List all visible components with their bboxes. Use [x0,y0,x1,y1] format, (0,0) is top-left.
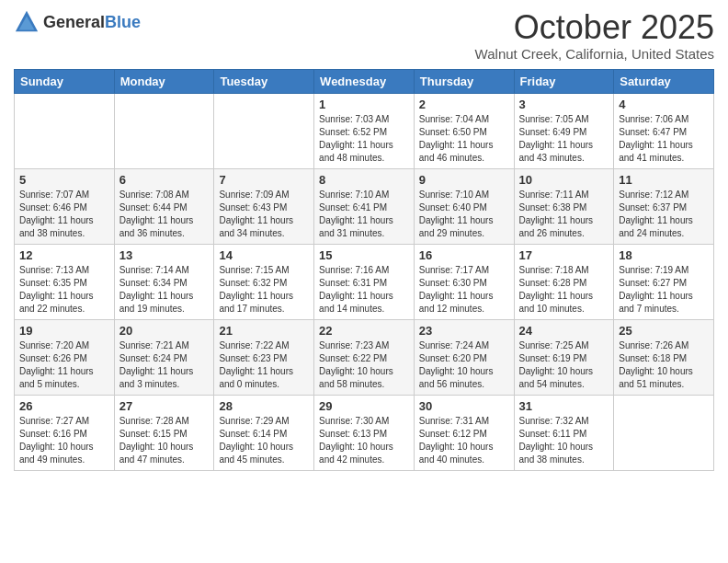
calendar-cell: 24Sunrise: 7:25 AM Sunset: 6:19 PM Dayli… [514,319,614,395]
day-info: Sunrise: 7:30 AM Sunset: 6:13 PM Dayligh… [319,415,409,466]
day-number: 13 [119,248,210,262]
day-number: 1 [319,98,409,111]
calendar-cell: 17Sunrise: 7:18 AM Sunset: 6:28 PM Dayli… [514,244,614,319]
day-info: Sunrise: 7:26 AM Sunset: 6:18 PM Dayligh… [619,339,709,391]
day-info: Sunrise: 7:14 AM Sunset: 6:34 PM Dayligh… [119,264,210,316]
day-info: Sunrise: 7:09 AM Sunset: 6:43 PM Dayligh… [219,189,309,240]
day-info: Sunrise: 7:12 AM Sunset: 6:37 PM Dayligh… [619,189,709,240]
calendar-week-row: 19Sunrise: 7:20 AM Sunset: 6:26 PM Dayli… [15,319,714,395]
day-number: 3 [519,98,609,111]
calendar-cell: 25Sunrise: 7:26 AM Sunset: 6:18 PM Dayli… [614,319,714,395]
calendar-week-row: 26Sunrise: 7:27 AM Sunset: 6:16 PM Dayli… [15,395,714,470]
title-block: October 2025 Walnut Creek, California, U… [475,9,714,62]
day-info: Sunrise: 7:32 AM Sunset: 6:11 PM Dayligh… [519,415,609,466]
calendar-week-row: 12Sunrise: 7:13 AM Sunset: 6:35 PM Dayli… [15,244,714,319]
day-number: 5 [19,173,109,187]
day-info: Sunrise: 7:29 AM Sunset: 6:14 PM Dayligh… [219,415,309,466]
calendar-header-monday: Monday [114,69,214,93]
day-number: 4 [619,98,709,111]
day-number: 2 [419,98,509,111]
calendar-week-row: 5Sunrise: 7:07 AM Sunset: 6:46 PM Daylig… [15,168,714,244]
header: GeneralBlue October 2025 Walnut Creek, C… [14,9,714,62]
day-number: 9 [419,173,509,187]
calendar-cell: 19Sunrise: 7:20 AM Sunset: 6:26 PM Dayli… [15,319,115,395]
calendar-cell: 22Sunrise: 7:23 AM Sunset: 6:22 PM Dayli… [314,319,415,395]
calendar-cell: 31Sunrise: 7:32 AM Sunset: 6:11 PM Dayli… [514,395,614,470]
calendar-header-tuesday: Tuesday [214,69,314,93]
calendar-cell [614,395,714,470]
calendar-cell: 3Sunrise: 7:05 AM Sunset: 6:49 PM Daylig… [514,93,614,168]
day-number: 20 [119,324,210,338]
calendar-header-wednesday: Wednesday [314,69,415,93]
day-number: 19 [19,324,109,338]
calendar: SundayMondayTuesdayWednesdayThursdayFrid… [14,69,714,471]
general-blue-icon [14,9,40,35]
day-number: 17 [519,248,609,262]
day-number: 11 [619,173,709,187]
day-info: Sunrise: 7:22 AM Sunset: 6:23 PM Dayligh… [219,339,309,391]
day-info: Sunrise: 7:25 AM Sunset: 6:19 PM Dayligh… [519,339,609,391]
day-info: Sunrise: 7:03 AM Sunset: 6:52 PM Dayligh… [319,113,409,165]
calendar-cell: 23Sunrise: 7:24 AM Sunset: 6:20 PM Dayli… [414,319,514,395]
day-number: 6 [119,173,210,187]
calendar-cell: 14Sunrise: 7:15 AM Sunset: 6:32 PM Dayli… [214,244,314,319]
calendar-cell: 11Sunrise: 7:12 AM Sunset: 6:37 PM Dayli… [614,168,714,244]
day-number: 27 [119,399,210,413]
calendar-cell: 26Sunrise: 7:27 AM Sunset: 6:16 PM Dayli… [15,395,115,470]
day-info: Sunrise: 7:18 AM Sunset: 6:28 PM Dayligh… [519,264,609,316]
calendar-cell: 6Sunrise: 7:08 AM Sunset: 6:44 PM Daylig… [114,168,214,244]
calendar-cell: 27Sunrise: 7:28 AM Sunset: 6:15 PM Dayli… [114,395,214,470]
calendar-header-saturday: Saturday [614,69,714,93]
calendar-cell: 30Sunrise: 7:31 AM Sunset: 6:12 PM Dayli… [414,395,514,470]
day-number: 26 [19,399,109,413]
day-number: 23 [419,324,509,338]
calendar-header-thursday: Thursday [414,69,514,93]
day-info: Sunrise: 7:17 AM Sunset: 6:30 PM Dayligh… [419,264,509,316]
day-info: Sunrise: 7:04 AM Sunset: 6:50 PM Dayligh… [419,113,509,165]
calendar-cell: 18Sunrise: 7:19 AM Sunset: 6:27 PM Dayli… [614,244,714,319]
calendar-cell: 28Sunrise: 7:29 AM Sunset: 6:14 PM Dayli… [214,395,314,470]
day-info: Sunrise: 7:23 AM Sunset: 6:22 PM Dayligh… [319,339,409,391]
calendar-cell: 9Sunrise: 7:10 AM Sunset: 6:40 PM Daylig… [414,168,514,244]
day-info: Sunrise: 7:11 AM Sunset: 6:38 PM Dayligh… [519,189,609,240]
calendar-cell: 12Sunrise: 7:13 AM Sunset: 6:35 PM Dayli… [15,244,115,319]
logo: GeneralBlue [14,9,141,35]
day-number: 22 [319,324,409,338]
calendar-cell [15,93,115,168]
calendar-header-sunday: Sunday [15,69,115,93]
day-number: 10 [519,173,609,187]
day-number: 28 [219,399,309,413]
calendar-cell: 5Sunrise: 7:07 AM Sunset: 6:46 PM Daylig… [15,168,115,244]
day-number: 31 [519,399,609,413]
calendar-header-row: SundayMondayTuesdayWednesdayThursdayFrid… [15,69,714,93]
calendar-week-row: 1Sunrise: 7:03 AM Sunset: 6:52 PM Daylig… [15,93,714,168]
day-number: 8 [319,173,409,187]
day-number: 29 [319,399,409,413]
logo-blue: Blue [105,13,141,31]
calendar-cell: 4Sunrise: 7:06 AM Sunset: 6:47 PM Daylig… [614,93,714,168]
day-info: Sunrise: 7:10 AM Sunset: 6:41 PM Dayligh… [319,189,409,240]
calendar-cell: 16Sunrise: 7:17 AM Sunset: 6:30 PM Dayli… [414,244,514,319]
calendar-cell [114,93,214,168]
day-info: Sunrise: 7:19 AM Sunset: 6:27 PM Dayligh… [619,264,709,316]
day-number: 12 [19,248,109,262]
day-number: 21 [219,324,309,338]
calendar-cell: 15Sunrise: 7:16 AM Sunset: 6:31 PM Dayli… [314,244,415,319]
calendar-header-friday: Friday [514,69,614,93]
logo-general: General [43,13,105,31]
calendar-cell: 8Sunrise: 7:10 AM Sunset: 6:41 PM Daylig… [314,168,415,244]
day-info: Sunrise: 7:15 AM Sunset: 6:32 PM Dayligh… [219,264,309,316]
day-info: Sunrise: 7:06 AM Sunset: 6:47 PM Dayligh… [619,113,709,165]
day-info: Sunrise: 7:05 AM Sunset: 6:49 PM Dayligh… [519,113,609,165]
calendar-cell: 7Sunrise: 7:09 AM Sunset: 6:43 PM Daylig… [214,168,314,244]
calendar-cell: 21Sunrise: 7:22 AM Sunset: 6:23 PM Dayli… [214,319,314,395]
day-info: Sunrise: 7:08 AM Sunset: 6:44 PM Dayligh… [119,189,210,240]
calendar-cell: 10Sunrise: 7:11 AM Sunset: 6:38 PM Dayli… [514,168,614,244]
day-number: 25 [619,324,709,338]
day-info: Sunrise: 7:20 AM Sunset: 6:26 PM Dayligh… [19,339,109,391]
calendar-cell: 20Sunrise: 7:21 AM Sunset: 6:24 PM Dayli… [114,319,214,395]
day-info: Sunrise: 7:07 AM Sunset: 6:46 PM Dayligh… [19,189,109,240]
day-info: Sunrise: 7:28 AM Sunset: 6:15 PM Dayligh… [119,415,210,466]
calendar-cell [214,93,314,168]
day-number: 16 [419,248,509,262]
